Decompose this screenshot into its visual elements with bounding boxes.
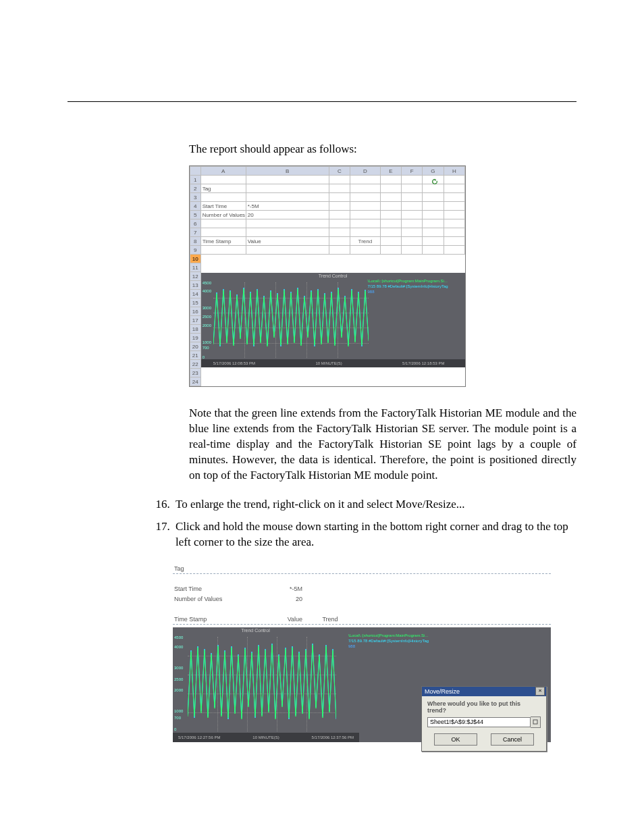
s2-start-time-label: Start Time (173, 585, 242, 592)
column-header-row: A B C D E F G H (190, 167, 465, 176)
tag-label: Tag (200, 184, 246, 193)
trend2-legend: \Local\::[shortcut]Program:MainProgram.S… (348, 633, 463, 649)
y-axis-ticks-2: 4500 4000 3000 2500 2000 1000 700 0 (174, 635, 188, 731)
col-D[interactable]: D (350, 167, 381, 176)
s2-num-values-value[interactable]: 20 (242, 596, 306, 602)
trend-legend: \Local\::[shortcut]Program:MainProgram.S… (368, 278, 462, 294)
move-resize-dialog[interactable]: Move/Resize × Where would you like to pu… (421, 686, 547, 752)
s2-time-stamp-label: Time Stamp (173, 616, 242, 623)
cancel-button[interactable]: Cancel (491, 733, 534, 746)
trend-label: Trend (350, 237, 381, 246)
value-label: Value (246, 237, 329, 246)
dialog-question: Where would you like to put this trend? (427, 700, 541, 714)
range-input[interactable] (427, 717, 531, 727)
close-icon[interactable]: × (535, 687, 545, 696)
col-F[interactable]: F (402, 167, 423, 176)
s2-tag-label: Tag (173, 565, 242, 572)
header-rule (68, 101, 576, 102)
s2-trend-label: Trend (306, 616, 354, 623)
ok-button[interactable]: OK (434, 733, 477, 746)
y-axis-ticks: 4500 4000 3000 2500 2000 1000 700 0 (203, 281, 213, 358)
step-16: To enlarge the trend, right-click on it … (173, 497, 576, 513)
corner-cell[interactable] (190, 167, 201, 176)
dialog-title: Move/Resize (425, 688, 460, 695)
time-stamp-label: Time Stamp (200, 237, 246, 246)
col-E[interactable]: E (380, 167, 401, 176)
num-values-value[interactable]: 20 (246, 211, 329, 219)
range-picker-icon[interactable] (531, 716, 541, 728)
selected-row-10[interactable]: 10 (190, 255, 201, 263)
s2-num-values-label: Number of Values (173, 596, 242, 602)
trend2-series (188, 637, 336, 731)
s2-start-time-value[interactable]: *-5M (242, 585, 306, 592)
num-values-label: Number of Values (200, 211, 246, 219)
trend2-title: Trend Control (173, 628, 338, 633)
legend-green: \Local\::[shortcut]Program:MainProgram.S… (368, 278, 462, 284)
col-A[interactable]: A (200, 167, 246, 176)
note-paragraph: Note that the green line extends from th… (189, 406, 576, 484)
trend-title: Trend Control (201, 273, 465, 278)
step-list: To enlarge the trend, right-click on it … (173, 497, 576, 550)
legend-value: 988 (368, 289, 462, 294)
trend-time-axis: 5/17/2006 12:08:53 PM 10 MINUTE(S) 5/17/… (201, 359, 465, 367)
col-H[interactable]: H (444, 167, 464, 176)
start-time-label: Start Time (200, 202, 246, 211)
time-left: 5/17/2006 12:08:53 PM (213, 361, 255, 365)
t2-time-left: 5/17/2006 12:27:56 PM (178, 735, 220, 739)
s2-value-label: Value (242, 616, 306, 623)
step-17: Click and hold the mouse down starting i… (173, 519, 576, 550)
refresh-icon[interactable] (431, 178, 438, 185)
trend-control-chart[interactable]: Trend Control 4500 4000 3000 2500 2000 1… (201, 273, 465, 367)
spreadsheet-screenshot-1: A B C D E F G H 1 2 Tag 3 4 Start Time *… (189, 165, 466, 387)
trend2-time-axis: 5/17/2006 12:27:56 PM 10 MINUTE(S) 5/17/… (173, 733, 359, 742)
trend-control-chart-large[interactable]: Trend Control 4500 4000 3000 2500 2000 1… (173, 627, 551, 742)
t2-time-right: 5/17/2006 12:37:56 PM (312, 735, 354, 739)
col-C[interactable]: C (329, 167, 350, 176)
time-mid: 10 MINUTE(S) (315, 361, 342, 365)
spreadsheet-screenshot-2: Tag Start Time *-5M Number of Values 20 … (173, 563, 551, 765)
trend-series (213, 282, 369, 357)
intro-text: The report should appear as follows: (189, 142, 576, 156)
spreadsheet-grid[interactable]: A B C D E F G H 1 2 Tag 3 4 Start Time *… (190, 166, 465, 386)
col-G[interactable]: G (423, 167, 444, 176)
col-B[interactable]: B (246, 167, 329, 176)
t2-time-mid: 10 MINUTE(S) (252, 735, 279, 739)
time-right: 5/17/2006 12:18:53 PM (402, 361, 444, 365)
start-time-value[interactable]: *-5M (246, 202, 329, 211)
svg-rect-0 (533, 720, 537, 724)
